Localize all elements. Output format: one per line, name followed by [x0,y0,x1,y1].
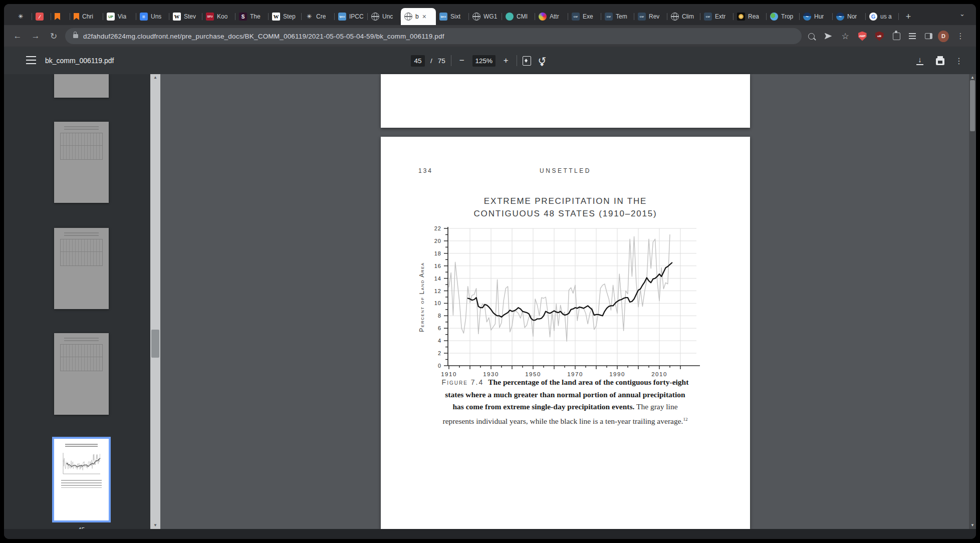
main-scrollbar[interactable]: ▲ ▼ [969,74,976,529]
tab[interactable]: Clim [667,8,700,25]
pdf-more-options-icon[interactable]: ⋮ [950,47,968,74]
url-text[interactable]: d2fahduf2624mg.cloudfront.net/pre_purcha… [83,33,444,40]
earth-icon [770,13,778,21]
lock-icon[interactable] [73,34,78,38]
sidebar-scroll-up-icon[interactable]: ▲ [150,74,160,81]
main-scroll-down-icon[interactable]: ▼ [969,522,976,529]
tab-close-icon[interactable]: × [422,13,426,21]
zoom-page-icon[interactable] [806,31,817,42]
extensions-puzzle-icon[interactable] [891,31,902,42]
pdf-page-45: 134 UNSETTLED EXTREME PRECIPITATION IN T… [381,137,750,529]
wikipedia-icon: W [272,13,280,21]
tab-title: Uns [151,13,161,20]
adblock-extension-icon[interactable]: ABP [857,31,868,42]
tab[interactable]: ipccSixt [436,8,469,25]
tab[interactable] [51,8,70,25]
google-icon: G [869,13,877,21]
tab[interactable]: SThe [235,8,269,25]
tab[interactable]: Attr [535,8,568,25]
tab-title: Stev [184,13,196,20]
tab-title: Step [283,13,296,20]
page-thumbnail-44[interactable] [54,333,109,415]
address-bar[interactable]: d2fahduf2624mg.cloudfront.net/pre_purcha… [65,28,802,44]
svg-text:8: 8 [438,313,441,319]
tab-title: Unc [382,13,393,20]
tab-title: Cre [316,13,326,20]
csr-doc-icon: csr [572,13,580,21]
page-thumbnail-41[interactable] [54,74,109,98]
forward-icon[interactable]: → [29,30,42,43]
globe-icon [671,13,679,21]
print-icon[interactable] [930,47,950,74]
tab-active[interactable]: b× [401,8,436,25]
tab[interactable]: ~Nor [833,8,866,25]
browser-menu-icon[interactable]: ⋮ [955,31,966,42]
new-tab-button[interactable]: + [902,10,915,23]
running-header: UNSETTLED [381,167,750,174]
main-scrollbar-thumb[interactable] [970,80,975,131]
page-thumbnail-45[interactable] [54,439,109,520]
globe-dark-icon [404,13,412,21]
side-panel-icon[interactable] [923,31,934,42]
tab[interactable]: CMI [502,8,535,25]
zoom-level-input[interactable]: 125% [472,55,496,67]
reading-list-icon[interactable] [907,31,918,42]
tab[interactable]: Unc [368,8,401,25]
tab[interactable]: ~Hur [800,8,833,25]
tab[interactable]: WStev [169,8,202,25]
svg-text:6: 6 [438,325,441,331]
tab[interactable]: ✳ [13,8,32,25]
figure-title-line2: CONTIGUOUS 48 STATES (1910–2015) [381,209,750,219]
zoom-out-button[interactable]: − [457,56,467,66]
compass-asterisk-icon: ✳ [305,13,313,21]
fit-to-page-icon[interactable] [523,56,531,66]
tab[interactable]: csrExe [568,8,601,25]
tab-title: The [250,13,261,20]
tab[interactable]: Rea [733,8,767,25]
tab[interactable]: WG1 [469,8,502,25]
tab[interactable]: Chri [70,8,103,25]
tab[interactable]: WStep [269,8,302,25]
tab-title: Via [118,13,126,20]
tab-title: WG1 [483,13,497,20]
pdf-menu-icon[interactable] [26,56,36,64]
tab[interactable]: Trop [767,8,800,25]
rotate-icon[interactable]: ↺◆ [537,55,548,66]
tab[interactable]: csrTem [601,8,634,25]
ublock-extension-icon[interactable]: uB [874,31,885,42]
page-thumbnail-42[interactable] [54,122,109,203]
pdf-toolbar: bk_comm_006119.pdf 45 / 75 − 125% + ↺◆ ↓… [4,47,976,74]
zoom-in-button[interactable]: + [501,56,511,66]
tab[interactable]: ≡Uns [136,8,169,25]
tab[interactable]: UPVia [103,8,136,25]
sidebar-scroll-down-icon[interactable]: ▼ [150,522,160,529]
tab-list-chevron-icon[interactable]: ⌄ [959,10,965,18]
share-icon[interactable] [823,31,834,42]
tab[interactable]: ∕ [32,8,51,25]
tab-title: Trop [781,13,793,20]
tab[interactable]: csrRev [634,8,667,25]
download-icon[interactable]: ↓ [910,47,930,74]
bookmark-star-icon[interactable]: ☆ [840,31,851,42]
avatar[interactable]: D [938,31,949,42]
tab[interactable]: Gus a [866,8,899,25]
page-number-input[interactable]: 45 [411,55,425,67]
tab[interactable]: ✳Cre [302,8,335,25]
figure-caption: Figure 7.4The percentage of the land are… [405,376,725,427]
tab[interactable]: ipccIPCC [335,8,368,25]
footnote-marker: 12 [683,417,687,422]
sidebar-scrollbar-thumb[interactable] [151,330,159,358]
gdocs-icon: ≡ [140,13,148,21]
substack-icon: S [239,13,247,21]
reload-icon[interactable]: ↻ [47,30,60,43]
wikipedia-icon: W [173,13,181,21]
tab[interactable]: csrExtr [700,8,733,25]
svg-text:20: 20 [434,238,441,244]
svg-text:10: 10 [434,300,441,306]
svg-text:0: 0 [438,363,441,369]
back-icon[interactable]: ← [11,30,24,43]
tab[interactable]: SFUKoo [202,8,235,25]
page-thumbnail-43[interactable] [54,228,109,309]
browser-toolbar: ← → ↻ d2fahduf2624mg.cloudfront.net/pre_… [4,25,976,47]
sidebar-scrollbar[interactable]: ▲ ▼ [150,74,160,529]
